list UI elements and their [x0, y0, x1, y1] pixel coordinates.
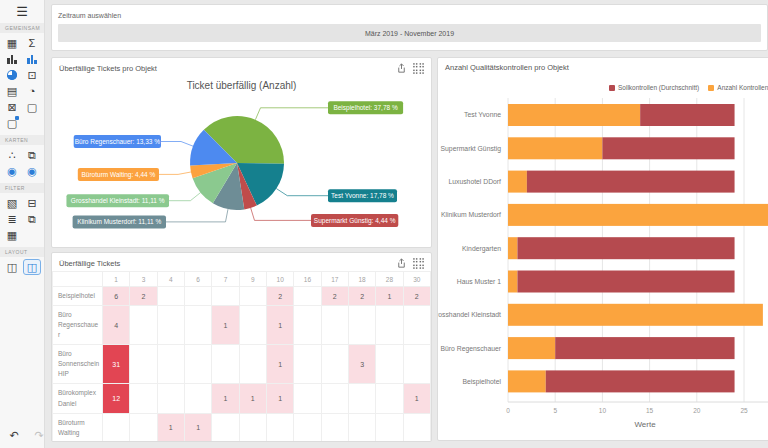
bubble-icon[interactable]: ◉ [4, 164, 20, 178]
bar-segment-anzahl[interactable] [508, 137, 602, 159]
pie-label-text: Test Yvonne: 17,78 % [331, 192, 394, 199]
table-cell: 3 [348, 345, 375, 384]
table-column-header: 10 [266, 272, 293, 287]
bar-segment-anzahl[interactable] [508, 237, 517, 259]
svg-text:0: 0 [506, 407, 510, 414]
bar-segment-anzahl[interactable] [508, 370, 546, 392]
grid-icon[interactable]: ▦ [4, 36, 20, 50]
table-cell: 6 [103, 287, 130, 306]
card-icon[interactable]: ▤ [4, 84, 20, 98]
bar-segment-anzahl[interactable] [508, 204, 768, 226]
undo-icon[interactable]: ↶ [6, 428, 22, 442]
bar-segment-anzahl[interactable] [508, 304, 763, 326]
table-cell: 31 [103, 345, 130, 384]
table-cell [348, 384, 375, 413]
table-cell: 1 [266, 384, 293, 413]
layout-active-icon[interactable]: ◫ [24, 260, 40, 274]
pie-label-text: Supermarkt Günstig: 4,44 % [314, 217, 396, 225]
table-column-header: 6 [184, 272, 211, 287]
date-range-value: März 2019 - November 2019 [365, 30, 454, 37]
bar-segment-soll[interactable] [602, 137, 734, 159]
table-row: Bürokomplex Daniel121111 [53, 384, 431, 413]
card-image-icon[interactable]: ⊟ [24, 196, 40, 210]
table-row-label: Büroturm Walting [53, 413, 103, 442]
redo-icon[interactable]: ↷ [31, 428, 47, 442]
bar-segment-soll[interactable] [517, 271, 734, 293]
calendar-icon[interactable]: ▦ [4, 228, 20, 242]
table-cell [348, 413, 375, 442]
table-cell: 1 [403, 384, 430, 413]
bubble-2-icon[interactable]: ◉ [24, 164, 40, 178]
bar-segment-soll[interactable] [555, 337, 734, 359]
bar-category-label: Beispielhotel [462, 378, 501, 386]
table-cell [403, 413, 430, 442]
pie-chart-icon[interactable] [4, 68, 20, 82]
table-cell [403, 345, 430, 384]
svg-text:10: 10 [599, 407, 607, 414]
table-cell [157, 287, 184, 306]
bar-segment-anzahl[interactable] [508, 104, 640, 126]
table-column-header: 7 [212, 272, 239, 287]
table-cell [348, 306, 375, 345]
table-row-label: Bürokomplex Daniel [53, 384, 103, 413]
sidebar-section-label: FILTER [0, 183, 44, 193]
table-cell: 2 [130, 287, 157, 306]
export-icon[interactable] [396, 258, 407, 269]
bar-segment-soll[interactable] [517, 237, 734, 259]
column-chart-icon[interactable] [24, 52, 40, 66]
bar-category-label: Grosshandel Kleinstadt [438, 311, 501, 318]
table-column-header: 3 [130, 272, 157, 287]
bar-chart-icon[interactable] [4, 52, 20, 66]
table-cell [184, 384, 211, 413]
svg-text:5: 5 [553, 407, 557, 414]
widget-sidebar: ☰ GEMEINSAM▦Σ⊡▤◔⊠▢▢KARTEN∴⧉◉◉FILTER▧⊟≣⧉▦… [0, 0, 45, 448]
bar-segment-soll[interactable] [546, 370, 735, 392]
time-filter-label: Zeitraum auswählen [52, 5, 767, 19]
sum-icon[interactable]: Σ [24, 36, 40, 50]
image-badge-icon[interactable]: ▢ [4, 116, 20, 130]
crop-frame-icon[interactable]: ⊠ [4, 100, 20, 114]
layers-icon[interactable]: ⧉ [24, 148, 40, 162]
table-column-header: 28 [376, 272, 403, 287]
sidebar-section-label: LAYOUT [0, 247, 44, 257]
overdue-tickets-table: 134679101617182830Beispielhotel6222212Bü… [52, 271, 431, 442]
export-icon[interactable] [396, 63, 407, 74]
windows-icon[interactable]: ⧉ [24, 212, 40, 226]
bar-category-label: Haus Muster 1 [457, 278, 501, 285]
map-icon[interactable]: ▧ [4, 196, 20, 210]
pie-chart: Beispielhotel: 37,78 %Test Yvonne: 17,78… [52, 91, 431, 245]
hamburger-menu-icon[interactable]: ☰ [0, 0, 44, 21]
overdue-tickets-pie-panel: Überfällige Tickets pro Objekt Ticket üb… [51, 57, 432, 248]
overdue-tickets-table-panel: Überfällige Tickets 134679101617182830Be… [51, 252, 432, 442]
list-icon[interactable]: ≣ [4, 212, 20, 226]
bar-segment-soll[interactable] [527, 171, 735, 193]
table-cell [157, 384, 184, 413]
table-cell: 1 [266, 345, 293, 384]
scatter-icon[interactable]: ∴ [4, 148, 20, 162]
date-range-selector[interactable]: März 2019 - November 2019 [58, 24, 761, 42]
bar-segment-anzahl[interactable] [508, 271, 517, 293]
bar-xaxis-label: Werte [634, 420, 656, 429]
table-cell [184, 345, 211, 384]
pie-label-text: Büro Regenschauer: 13,33 % [75, 138, 160, 146]
scatter-frame-icon[interactable]: ⊡ [24, 68, 40, 82]
svg-text:20: 20 [693, 407, 701, 414]
time-filter-panel: Zeitraum auswählen März 2019 - November … [51, 4, 768, 51]
table-column-header: 17 [321, 272, 348, 287]
bar-category-label: Kindergarten [462, 245, 501, 253]
bar-segment-anzahl[interactable] [508, 171, 527, 193]
bar-segment-soll[interactable] [640, 104, 734, 126]
table-row: Büro Sonnenschein HIP3113 [53, 345, 431, 384]
gauge-icon[interactable]: ◔ [24, 84, 40, 98]
table-row: Beispielhotel6222212 [53, 287, 431, 306]
expand-icon[interactable] [413, 258, 424, 269]
bar-segment-anzahl[interactable] [508, 337, 555, 359]
table-cell: 1 [212, 306, 239, 345]
table-cell [239, 287, 266, 306]
table-row: Büroturm Walting11 [53, 413, 431, 442]
expand-icon[interactable] [413, 63, 424, 74]
table-cell: 1 [184, 413, 211, 442]
image-icon[interactable]: ▢ [24, 100, 40, 114]
layout-icon[interactable]: ◫ [4, 260, 20, 274]
pie-label-text: Klinikum Musterdorf: 11,11 % [77, 218, 161, 225]
